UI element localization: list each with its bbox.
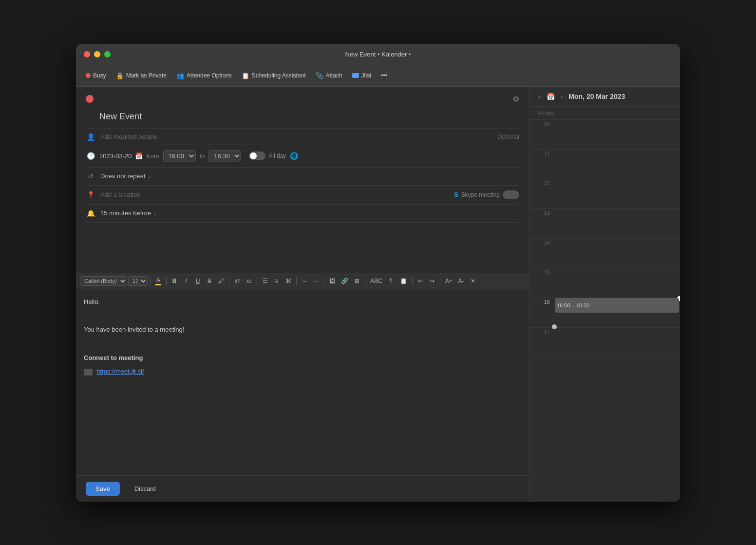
- reminder-select[interactable]: 15 minutes before ⌄: [100, 209, 157, 217]
- time-grid: 10 11 12 13: [529, 120, 680, 357]
- skype-meeting-group: S Skype meeting: [454, 190, 519, 199]
- calendar-next-button[interactable]: ›: [558, 92, 566, 101]
- toolbar-divider-5: [296, 277, 297, 285]
- toolbar-divider-1: [150, 277, 151, 285]
- repeat-select[interactable]: Does not repeat ⌄: [100, 172, 151, 180]
- image-button[interactable]: 🖼: [327, 276, 338, 286]
- attendee-options-label: Attendee Options: [187, 72, 232, 79]
- busy-label: Busy: [93, 72, 106, 79]
- event-color-dot[interactable]: [86, 95, 94, 103]
- close-button[interactable]: [84, 51, 90, 57]
- location-row: 📍 S Skype meeting: [86, 186, 519, 205]
- titlebar: New Event • Kalender •: [76, 44, 680, 65]
- to-label: to: [200, 152, 205, 160]
- traffic-lights: [84, 51, 111, 57]
- people-icon: 👥: [176, 72, 184, 79]
- font-color-button[interactable]: A: [153, 275, 164, 287]
- discard-button[interactable]: Discard: [125, 482, 166, 496]
- time-row-16: 16 16:00 – 16:30: [529, 298, 680, 328]
- clear-format-button[interactable]: ✕: [468, 276, 478, 286]
- save-button[interactable]: Save: [86, 482, 120, 496]
- more-options-button[interactable]: •••: [377, 70, 391, 81]
- jitsi-button[interactable]: Jitsi: [348, 70, 376, 81]
- toolbar-divider-3: [229, 277, 229, 285]
- globe-icon[interactable]: 🌐: [290, 152, 298, 160]
- jitsi-icon: [352, 73, 359, 78]
- calendar-date-title: Mon, 20 Mar 2023: [568, 93, 625, 100]
- lock-icon: 🔒: [116, 72, 124, 79]
- redo-button[interactable]: ↪: [427, 276, 437, 286]
- title-row: [86, 108, 519, 129]
- attach-button[interactable]: 📎 Attach: [312, 70, 346, 82]
- subscript-button[interactable]: x₂: [244, 276, 254, 286]
- maximize-button[interactable]: [104, 51, 111, 57]
- time-row-10: 10: [529, 120, 680, 150]
- meeting-link[interactable]: https://meet.jit.si/: [96, 367, 144, 377]
- decrease-font-button[interactable]: A-: [456, 276, 467, 286]
- strikethrough-button[interactable]: S: [204, 276, 215, 286]
- spell-check-button[interactable]: ABC: [368, 276, 385, 286]
- font-family-select[interactable]: Calibri (Body): [80, 276, 127, 286]
- skype-toggle[interactable]: [503, 190, 519, 199]
- increase-font-button[interactable]: A+: [443, 276, 455, 286]
- calendar-body: All day 10 11 12: [529, 107, 680, 502]
- bullet-list-button[interactable]: ☰: [260, 276, 270, 286]
- calendar-prev-button[interactable]: ‹: [535, 92, 544, 101]
- color-underline: [155, 284, 161, 285]
- date-picker-button[interactable]: 2023-03-20 📅: [99, 152, 143, 160]
- reminder-label: 15 minutes before: [100, 209, 151, 217]
- format-button[interactable]: ¶: [386, 276, 397, 286]
- skype-label: Skype meeting: [461, 191, 500, 198]
- attach-icon: 📎: [316, 72, 323, 79]
- indent-button[interactable]: →: [299, 276, 310, 286]
- attendee-input[interactable]: [100, 133, 492, 140]
- attach-label: Attach: [326, 72, 342, 79]
- outdent-button[interactable]: ←: [311, 276, 321, 286]
- person-icon: 👤: [86, 133, 95, 141]
- underline-button[interactable]: U: [192, 276, 203, 286]
- mark-private-button[interactable]: 🔒 Mark as Private: [112, 70, 170, 82]
- copy-format-button[interactable]: 📋: [397, 276, 410, 286]
- location-input[interactable]: [100, 191, 449, 198]
- event-title-input[interactable]: [99, 110, 519, 124]
- time-to-select[interactable]: 16:30: [208, 150, 241, 162]
- time-from-select[interactable]: 16:00: [163, 150, 196, 162]
- table-button[interactable]: ⊞: [352, 276, 362, 286]
- allday-row-label: All day: [533, 110, 558, 116]
- calendar-side-panel: ‹ 📅 › Mon, 20 Mar 2023 All day 10: [529, 87, 680, 502]
- clock-icon: 🕐: [86, 152, 95, 160]
- date-value: 2023-03-20: [99, 152, 132, 160]
- link-button[interactable]: 🔗: [339, 276, 351, 286]
- minimize-button[interactable]: [94, 51, 100, 57]
- superscript-button[interactable]: x²: [232, 276, 243, 286]
- editor-area[interactable]: Hello, You have been invited to a meetin…: [76, 289, 529, 475]
- busy-button[interactable]: Busy: [82, 70, 110, 81]
- repeat-label: Does not repeat: [100, 172, 146, 180]
- allday-toggle[interactable]: [249, 151, 265, 160]
- allday-label: All day: [268, 152, 286, 159]
- time-row-13: 13: [529, 209, 680, 239]
- calendar-icon-small: 📅: [547, 93, 555, 100]
- time-row-15: 15: [529, 268, 680, 298]
- bell-icon: 🔔: [86, 209, 95, 217]
- time-row-17: 17: [529, 328, 680, 357]
- calendar-header: ‹ 📅 › Mon, 20 Mar 2023: [529, 87, 680, 107]
- bold-button[interactable]: B: [169, 276, 180, 286]
- gear-icon[interactable]: ⚙: [512, 94, 519, 104]
- italic-button[interactable]: I: [181, 276, 191, 286]
- busy-dot: [86, 73, 91, 78]
- event-block-16[interactable]: 16:00 – 16:30: [555, 298, 679, 313]
- optional-label: Optional: [497, 133, 519, 140]
- numbered-list-button[interactable]: ≡: [271, 276, 282, 286]
- font-size-select[interactable]: 11: [128, 276, 148, 286]
- reminder-chevron-icon: ⌄: [153, 210, 157, 216]
- time-row-11: 11: [529, 150, 680, 179]
- repeat-row: ↺ Does not repeat ⌄: [86, 168, 519, 186]
- scheduling-assistant-button[interactable]: 📋 Scheduling Assistant: [238, 70, 310, 82]
- align-button[interactable]: ⌘: [283, 276, 294, 286]
- attendee-options-button[interactable]: 👥 Attendee Options: [172, 70, 236, 82]
- toolbar-divider-2: [166, 277, 167, 285]
- time-label-10: 10: [529, 120, 554, 127]
- undo-button[interactable]: ↩: [415, 276, 426, 286]
- highlight-button[interactable]: 🖊: [216, 276, 227, 286]
